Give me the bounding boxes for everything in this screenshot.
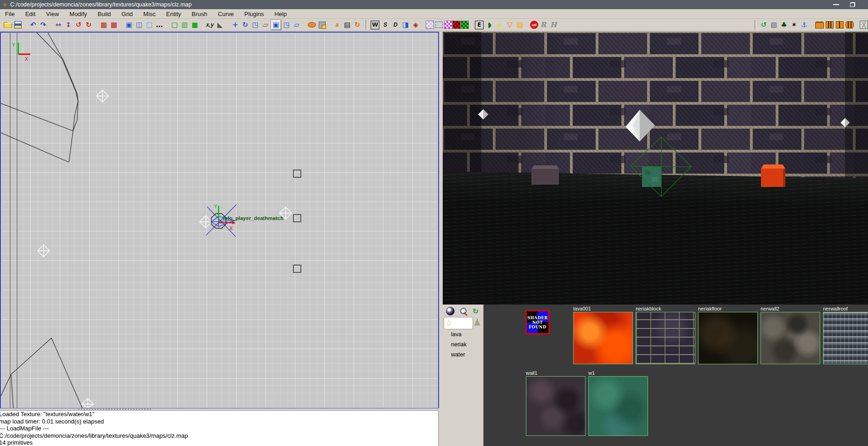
- refresh-icon[interactable]: ↻: [473, 307, 479, 315]
- clipper-button[interactable]: ◨: [400, 20, 411, 30]
- spiky-button[interactable]: ✶: [789, 20, 799, 30]
- skew-tool-button[interactable]: ▱: [260, 20, 271, 30]
- shader-not-found-tile[interactable]: SHADERNOTFOUND: [525, 310, 550, 334]
- menu-item[interactable]: Plugins: [239, 10, 270, 18]
- patch-drill-button[interactable]: ▩: [109, 20, 119, 30]
- cube-selected[interactable]: [642, 167, 661, 187]
- texture-tile[interactable]: neriakblock: [636, 306, 695, 364]
- cube-top-button[interactable]: ▥: [180, 20, 190, 30]
- camera-cone-button[interactable]: ◣: [215, 20, 225, 30]
- anchor-button[interactable]: ⚓: [799, 20, 809, 30]
- patch-flat-button[interactable]: [814, 20, 824, 30]
- favorites-box[interactable]: ☆: [444, 317, 473, 329]
- 3d-camera-view[interactable]: [443, 32, 868, 305]
- menu-item[interactable]: File: [0, 10, 20, 18]
- view-change-button[interactable]: ▣: [124, 20, 134, 30]
- redo-button[interactable]: ↷: [38, 20, 48, 30]
- entity-list-button[interactable]: ▤: [342, 20, 352, 30]
- entity-inspector-button[interactable]: E: [475, 21, 484, 29]
- view-split-button[interactable]: ◫: [134, 20, 144, 30]
- texture-thumbnail[interactable]: [761, 312, 820, 364]
- menu-item[interactable]: Brush: [186, 10, 213, 18]
- open-button[interactable]: [3, 20, 13, 30]
- chk-red-button[interactable]: [452, 21, 461, 29]
- texture-folder-item[interactable]: neriak: [443, 339, 483, 350]
- texture-tile[interactable]: nerwallroof: [823, 306, 868, 364]
- menu-item[interactable]: Help: [270, 10, 293, 18]
- refresh-globe-button[interactable]: ↺: [759, 20, 769, 30]
- save-button[interactable]: [13, 20, 23, 30]
- cube-dark[interactable]: [531, 165, 559, 185]
- menu-item[interactable]: Misc: [138, 10, 161, 18]
- translate-button[interactable]: +: [230, 20, 240, 30]
- resize-mode-button[interactable]: ▣: [271, 19, 282, 30]
- rotate-left-button[interactable]: ↺: [73, 20, 84, 30]
- drag-edges-button[interactable]: ◳: [282, 20, 292, 30]
- texture-grid[interactable]: SHADERNOTFOUND lava001 neriakblock neria…: [483, 305, 868, 446]
- texture-tile[interactable]: nerwall2: [761, 306, 820, 364]
- chk-green-button[interactable]: [461, 21, 469, 29]
- flip-x-button[interactable]: ↔: [53, 20, 63, 30]
- entity-names-button[interactable]: a: [332, 20, 342, 30]
- texture-thumbnail[interactable]: [823, 312, 868, 364]
- off-toggle-button[interactable]: off: [530, 21, 538, 29]
- menu-item[interactable]: Build: [93, 10, 117, 18]
- rotate-tool-button[interactable]: ↻: [240, 20, 250, 30]
- textured-mode-button[interactable]: D: [390, 20, 400, 30]
- cube-hollow-button[interactable]: ▢: [169, 20, 180, 30]
- entity-marker-3d[interactable]: [478, 109, 488, 119]
- texture-thumbnail[interactable]: [573, 312, 633, 364]
- menu-item[interactable]: Curve: [213, 10, 239, 18]
- texture-tile[interactable]: neriakfloor: [698, 306, 758, 364]
- no-clip-button[interactable]: ╳: [860, 21, 868, 29]
- solid-mode-button[interactable]: S: [380, 20, 390, 30]
- texture-thumbnail[interactable]: [636, 312, 695, 364]
- diamond-button[interactable]: ◆: [495, 20, 505, 30]
- texture-thumbnail[interactable]: [588, 376, 648, 436]
- funnel-button[interactable]: ▽: [505, 20, 515, 30]
- r-toggle-button[interactable]: R: [538, 20, 548, 30]
- texture-tile[interactable]: wall1: [526, 370, 586, 436]
- menu-item[interactable]: Entity: [161, 10, 187, 18]
- texture-lock-button[interactable]: [317, 20, 327, 30]
- box-yellow-button[interactable]: ▨: [515, 20, 525, 30]
- chk-magenta-button[interactable]: [444, 21, 452, 29]
- restore-button[interactable]: [850, 2, 855, 7]
- menu-item[interactable]: Grid: [117, 10, 139, 18]
- flip-y-button[interactable]: ↕: [63, 20, 73, 30]
- search-edit-icon[interactable]: [460, 307, 468, 315]
- h-toggle-button[interactable]: H: [548, 20, 558, 30]
- lattice-button[interactable]: ◈: [411, 20, 421, 30]
- console-output[interactable]: Loaded Texture: "textures/water/w1"map l…: [0, 410, 439, 446]
- eye-icon[interactable]: [446, 307, 455, 316]
- patch-bevel-button[interactable]: [834, 20, 845, 30]
- vertical-splitter[interactable]: [439, 32, 443, 446]
- minimize-button[interactable]: [833, 4, 839, 5]
- patch-weld-button[interactable]: ▦: [99, 20, 109, 30]
- selection-handles[interactable]: [293, 170, 301, 272]
- undo-button[interactable]: ↶: [28, 20, 38, 30]
- region-box-button[interactable]: [434, 20, 444, 30]
- menu-item[interactable]: Modify: [64, 10, 92, 18]
- entity-marker-3d[interactable]: [840, 118, 850, 127]
- texture-thumbnail[interactable]: [526, 376, 586, 436]
- stamp-icon[interactable]: [474, 318, 480, 326]
- refresh-models-button[interactable]: ↻: [352, 20, 362, 30]
- drag-verts-button[interactable]: ▱: [292, 20, 302, 30]
- light-entity-octahedron[interactable]: [626, 110, 655, 141]
- patch-double-bevel-button[interactable]: [824, 20, 834, 30]
- 2d-map-view[interactable]: Y X: [0, 32, 439, 409]
- wireframe-button[interactable]: W: [371, 21, 379, 29]
- texture-tile[interactable]: lava001: [573, 306, 633, 364]
- cube-red[interactable]: [761, 164, 785, 187]
- scale-tool-button[interactable]: ◳: [250, 20, 260, 30]
- view-frame-button[interactable]: □: [144, 20, 154, 30]
- xy-view-button[interactable]: x,y: [205, 20, 215, 30]
- texture-folder-item[interactable]: lava: [443, 329, 483, 339]
- texture-thumbnail[interactable]: [698, 312, 758, 364]
- cube-grey-button[interactable]: ▧: [769, 20, 779, 30]
- patch-cylinder-button[interactable]: [845, 20, 855, 30]
- menu-item[interactable]: View: [41, 10, 64, 18]
- player-start-entity[interactable]: Y X info_player_deathmatch: [206, 204, 283, 237]
- leaf-button[interactable]: ◗: [485, 20, 495, 30]
